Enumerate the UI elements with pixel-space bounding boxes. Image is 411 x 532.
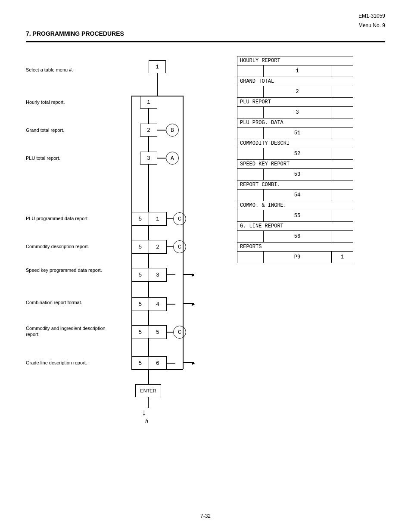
flow-line-enter — [148, 397, 149, 408]
flow-row-53: 5 3 — [131, 268, 175, 282]
enter-label: ENTER — [135, 384, 161, 397]
report-commo-ingre-header: COMMO. & INGRE. — [237, 201, 353, 210]
header-right: EM1-31059 Menu No. 9 — [358, 13, 385, 28]
code-right-plu-prog — [331, 128, 353, 139]
report-hourly-header: HOURLY REPORT — [237, 56, 353, 65]
flow-row-54: 5 4 — [131, 297, 175, 311]
report-speed-key-header: SPEED KEY REPORT — [237, 160, 353, 169]
code-center-plu: 3 — [263, 107, 331, 118]
report-hourly-code: 1 — [237, 65, 353, 77]
flow-line-1 — [148, 109, 149, 124]
report-commodity-code: 52 — [237, 148, 353, 159]
report-commodity-header: COMMODITY DESCRI — [237, 139, 353, 148]
code-right-hourly — [331, 65, 353, 77]
flow-line-54 — [148, 310, 149, 325]
header-line-thin — [26, 43, 385, 43]
code-center-combi: 54 — [263, 190, 331, 201]
code-left-commodity — [237, 148, 263, 159]
code-center-commodity: 52 — [263, 148, 331, 159]
flow-line-51 — [148, 225, 149, 240]
code-left-hourly — [237, 65, 263, 77]
code-left-reports — [237, 252, 263, 263]
report-commodity: COMMODITY DESCRI 52 — [237, 139, 353, 160]
header-line-thick — [26, 41, 385, 42]
flow-row-52: 5 2 C — [131, 240, 186, 254]
desc-commo-ingre: Commodity and ingredient description rep… — [26, 325, 108, 338]
code-center-reports: P9 — [263, 252, 331, 263]
flow-start-box: 1 — [149, 60, 166, 73]
report-plu: PLU REPORT 3 — [237, 98, 353, 118]
code-left-commo-ingre — [237, 210, 263, 221]
report-grand-total-code: 2 — [237, 86, 353, 97]
desc-plu: PLU total report. — [26, 155, 60, 161]
flow-enter-box: ENTER — [135, 384, 161, 397]
flow-line-55 — [148, 338, 149, 356]
report-grand-total: GRAND TOTAL 2 — [237, 77, 353, 98]
flow-line-2 — [148, 137, 149, 152]
code-center-plu-prog: 51 — [263, 128, 331, 139]
code-left-grand — [237, 86, 263, 97]
doc-number: EM1-31059 — [358, 13, 385, 19]
report-g-line-header: G. LINE REPORT — [237, 222, 353, 231]
code-center-speed-key: 53 — [263, 169, 331, 180]
report-commo-ingre: COMMO. & INGRE. 55 — [237, 201, 353, 222]
code-right-g-line — [331, 231, 353, 242]
flow-arrow-down: ↓ — [141, 408, 146, 418]
flow-row-2: 2 B — [140, 124, 179, 137]
report-hourly: HOURLY REPORT 1 — [237, 56, 353, 77]
report-plu-header: PLU REPORT — [237, 98, 353, 107]
flow-outer-right — [183, 96, 184, 369]
code-center-hourly: 1 — [263, 65, 331, 77]
flow-outer-left — [131, 96, 132, 369]
desc-select: Select a table menu #. — [26, 67, 73, 73]
code-right-reports: 1 — [331, 252, 353, 263]
flow-row-55: 5 5 C — [131, 325, 186, 339]
flow-row-3: 3 A — [140, 152, 179, 165]
report-speed-key-code: 53 — [237, 169, 353, 180]
code-left-g-line — [237, 231, 263, 242]
page-footer: 7-32 — [0, 513, 411, 519]
flow-outer-top — [131, 96, 183, 96]
arrow-53-head: ► — [192, 272, 195, 278]
flow-line-53 — [148, 281, 149, 297]
report-reports-header: REPORTS — [237, 243, 353, 252]
code-center-commo-ingre: 55 — [263, 210, 331, 221]
code-right-commodity — [331, 148, 353, 159]
report-commo-ingre-code: 55 — [237, 210, 353, 221]
arrow-56-head: ► — [192, 361, 195, 367]
desc-speed-key: Speed key programmed data report. — [26, 267, 108, 273]
flow-line-start — [157, 73, 158, 96]
desc-grand: Grand total report. — [26, 127, 64, 133]
page: EM1-31059 Menu No. 9 7. PROGRAMMING PROC… — [0, 0, 411, 532]
code-right-plu — [331, 107, 353, 118]
flow-line-56 — [148, 369, 149, 384]
flow-outer-bottom — [131, 369, 183, 370]
flow-row-1: 1 — [140, 96, 157, 109]
code-left-plu-prog — [237, 128, 263, 139]
desc-commodity: Commodity description report. — [26, 243, 89, 249]
right-panel: HOURLY REPORT 1 GRAND TOTAL 2 PLU REPORT — [237, 56, 353, 263]
page-number: 7-32 — [200, 513, 211, 519]
report-plu-code: 3 — [237, 107, 353, 118]
code-right-commo-ingre — [331, 210, 353, 221]
report-plu-prog-header: PLU PROG. DATA — [237, 118, 353, 128]
report-combi: REPORT COMBI. 54 — [237, 180, 353, 201]
desc-grade-line: Grade line description report. — [26, 360, 87, 366]
code-right-speed-key — [331, 169, 353, 180]
flow-line-3-long — [148, 165, 149, 212]
flow-row-51: 5 1 C — [131, 212, 186, 226]
report-reports-code: P9 1 — [237, 252, 353, 263]
code-center-g-line: 56 — [263, 231, 331, 242]
report-g-line: G. LINE REPORT 56 — [237, 222, 353, 243]
code-right-combi — [331, 190, 353, 201]
code-left-combi — [237, 190, 263, 201]
report-reports: REPORTS P9 1 — [237, 243, 353, 263]
code-center-grand: 2 — [263, 86, 331, 97]
menu-number: Menu No. 9 — [358, 22, 385, 28]
report-combi-header: REPORT COMBI. — [237, 180, 353, 190]
report-combi-code: 54 — [237, 190, 353, 201]
code-right-grand — [331, 86, 353, 97]
arrow-54-head: ► — [192, 302, 195, 308]
report-plu-prog: PLU PROG. DATA 51 — [237, 118, 353, 139]
flow-h-symbol: h — [145, 418, 148, 425]
